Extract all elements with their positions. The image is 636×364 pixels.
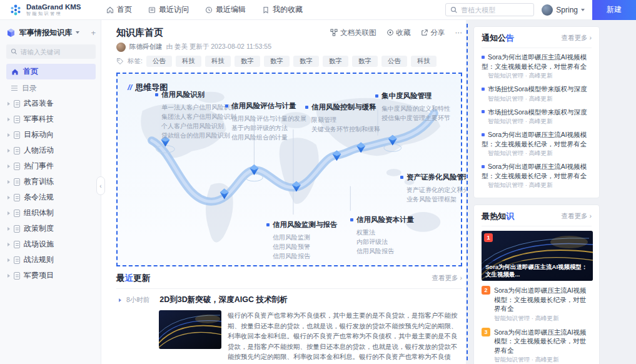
- sidebar-item-label: 军事科技: [24, 114, 54, 124]
- mindmap-child: 资产证券化的定义和分类: [406, 185, 466, 195]
- sidebar-item-battlefield-facilities[interactable]: 战场设施: [6, 236, 96, 252]
- mindmap-node-concentration-risk[interactable]: 集中度风险管理 集中度风险的定义和特性 授信集中度管理主要环节: [375, 91, 450, 123]
- creator-name: 陈德舜创建: [129, 43, 163, 51]
- notice-item[interactable]: Sora为何出道即碾压主流AI视频模型：文生视频最长纪录，对世界有全 智能知识管…: [482, 162, 592, 190]
- mindmap-node-credit-risk-identification[interactable]: 信用风险识别 单一法人客户信用风险识别 集团法人客户信用风险识别 个人客户信用风…: [155, 90, 236, 140]
- updated-info: 由 姜美 更新于 2023-08-02 11:53:55: [166, 43, 271, 51]
- nav-favorites[interactable]: 我的收藏: [262, 4, 303, 15]
- global-search-input[interactable]: [461, 6, 529, 14]
- hot-item[interactable]: 3 Sora为何出道即碾压主流AI视频模型：文生视频最长纪录，对世界有全 智能知…: [482, 328, 592, 364]
- bullet-icon: [375, 94, 378, 98]
- user-menu[interactable]: Spring: [542, 4, 585, 16]
- main-content: 知识库首页 文档关联图 收藏 分享 ···: [101, 20, 466, 364]
- book-icon: [14, 210, 20, 217]
- sidebar-search[interactable]: [6, 44, 96, 59]
- notice-item[interactable]: Sora为何出道即碾压主流AI视频模型：文生视频最长纪录，对世界有全 智能知识管…: [482, 130, 592, 158]
- book-icon: [14, 116, 20, 123]
- tag-icon: [116, 58, 124, 65]
- sidebar-item-military-budget[interactable]: 军费项目: [6, 268, 96, 283]
- hot-item[interactable]: 2 Sora为何出道即碾压主流AI视频模型：文生视频最长纪录，对世界有全 智能知…: [482, 286, 592, 323]
- doc-share-button[interactable]: 分享: [421, 28, 445, 38]
- notice-item[interactable]: 市场担忧Sora模型带来版权与深度 智能知识管理 · 高峰更新: [482, 108, 592, 126]
- tag-pill[interactable]: 科技: [176, 56, 201, 67]
- notice-meta: 智能知识管理 · 高峰更新: [488, 95, 592, 103]
- add-kb-button[interactable]: +: [91, 28, 96, 38]
- chevron-right-icon: [8, 258, 10, 262]
- tag-pill[interactable]: 数字: [293, 56, 319, 67]
- recent-edits-icon: [205, 6, 213, 14]
- nav-recent-visits[interactable]: 最近访问: [148, 4, 189, 15]
- sidebar-item-label: 教育训练: [24, 176, 54, 187]
- chevron-right-icon: [8, 180, 10, 184]
- sidebar-item-target-trends[interactable]: 目标动向: [6, 127, 96, 143]
- recent-item-thumbnail[interactable]: [159, 310, 221, 349]
- mindmap-node-capital-measurement[interactable]: 信用风险资本计量 权重法 内部评级法 信用风险报告: [350, 215, 414, 256]
- notice-meta: 智能知识管理 · 高峰更新: [488, 118, 592, 126]
- sidebar-item-label: 政策制度: [24, 223, 54, 234]
- datagrand-logo-icon: [9, 3, 23, 17]
- cube-icon: [6, 28, 16, 38]
- star-icon: [386, 29, 394, 36]
- hot-more-link[interactable]: 查看更多 ›: [562, 212, 592, 221]
- hot-featured-item[interactable]: 1 Sora为何出道即碾压主流AI视频模型：文生视频最...: [482, 231, 593, 281]
- sidebar-item-hot-events[interactable]: 热门事件: [6, 158, 96, 174]
- mindmap-node-risk-assessment[interactable]: 信用风险评估与计量 信用风险评估与计量的发展 基于内部评级的方法 信用风险组合的…: [225, 101, 306, 142]
- sidebar-collapse-button[interactable]: ‹: [96, 176, 105, 195]
- share-icon: [421, 29, 428, 36]
- sidebar-item-weapons[interactable]: 武器装备: [6, 96, 96, 111]
- chevron-right-icon: [8, 196, 10, 200]
- mindmap-node-securitization-risk[interactable]: 资产证券化风险管理 资产证券化的定义和分类 业务风险管理框架: [400, 173, 466, 204]
- notices-more-link[interactable]: 查看更多 ›: [562, 34, 592, 43]
- global-search[interactable]: [445, 3, 534, 16]
- sidebar-item-regulations[interactable]: 条令法规: [6, 190, 96, 205]
- sidebar-search-input[interactable]: [21, 48, 91, 56]
- recent-item-title[interactable]: 2D到3D新突破，深度AIGC 技术剖析: [159, 295, 287, 305]
- kb-name: 军事情报知识库: [19, 28, 72, 38]
- sidebar: 军事情报知识库 + 首页 目录 武器装备 军事科技 目标动向 人物活动 热门事件…: [0, 20, 101, 364]
- tag-pill[interactable]: 公告: [381, 56, 407, 67]
- doc-graph-button[interactable]: 文档关联图: [330, 28, 376, 38]
- tag-pill[interactable]: 数字: [264, 56, 290, 67]
- sidebar-item-policy[interactable]: 政策制度: [6, 221, 96, 236]
- mindmap-panel[interactable]: //思维导图 信用风险识别 单一法人客户信用风险识别 集团法人客户信用风险识别 …: [116, 73, 462, 266]
- sidebar-item-military-tech[interactable]: 军事科技: [6, 111, 96, 127]
- sidebar-item-organization[interactable]: 组织体制: [6, 205, 96, 221]
- book-icon: [14, 163, 20, 170]
- tag-pill[interactable]: 数字: [352, 56, 378, 67]
- sidebar-item-education-training[interactable]: 教育训练: [6, 174, 96, 190]
- tag-pill[interactable]: 数字: [323, 56, 348, 67]
- nav-home[interactable]: 首页: [106, 4, 132, 15]
- nav-recent-edits[interactable]: 最近编辑: [205, 4, 246, 15]
- notice-item[interactable]: Sora为何出道即碾压主流AI视频模型：文生视频最长纪录，对世界有全 智能知识管…: [482, 53, 592, 80]
- chevron-right-icon: [8, 274, 10, 278]
- nav-recent-visits-label: 最近访问: [159, 4, 189, 15]
- right-column: 通知公告 查看更多 › Sora为何出道即碾压主流AI视频模型：文生视频最长纪录…: [466, 20, 636, 364]
- tag-pill[interactable]: 科技: [205, 56, 231, 67]
- doc-favorite-button[interactable]: 收藏: [386, 28, 411, 38]
- chevron-right-icon[interactable]: [119, 298, 121, 302]
- mindmap-node-risk-monitoring[interactable]: 信用风险监测与报告 信用风险监测 信用风险预警 信用风险报告: [266, 220, 338, 261]
- mindmap-node-risk-control[interactable]: 信用风险控制与缓释 限额管理 关键业务环节控制和缓释: [305, 103, 380, 134]
- hot-item-title: Sora为何出道即碾压主流AI视频模型：文生视频最长纪录，对世界有全: [494, 286, 592, 313]
- brand-logo[interactable]: DataGrand KMS 智能知识管理: [9, 3, 101, 17]
- doc-more-button[interactable]: ···: [455, 29, 463, 36]
- recent-more-link[interactable]: 查看更多 ›: [432, 274, 462, 283]
- sidebar-directory-header[interactable]: 目录: [6, 81, 96, 96]
- sidebar-item-tactics[interactable]: 战法规则: [6, 252, 96, 268]
- tag-pill[interactable]: 数字: [235, 56, 260, 67]
- bullet-icon: [305, 106, 308, 109]
- tag-pill[interactable]: 公告: [146, 56, 172, 67]
- bullet-icon: [482, 110, 485, 113]
- bullet-icon: [482, 56, 485, 59]
- graph-icon: [330, 29, 338, 36]
- mindmap-child: 关键业务环节控制和缓释: [311, 124, 380, 134]
- chevron-right-icon: [8, 243, 10, 246]
- kb-selector[interactable]: 军事情报知识库 +: [6, 25, 96, 40]
- mindmap-child: 基于内部评级的方法: [231, 123, 306, 133]
- rank-badge: 3: [482, 328, 490, 336]
- tag-pill[interactable]: 科技: [411, 56, 437, 67]
- notice-item[interactable]: 市场担忧Sora模型带来版权与深度 智能知识管理 · 高峰更新: [482, 84, 592, 103]
- sidebar-item-people-activities[interactable]: 人物活动: [6, 143, 96, 158]
- new-button[interactable]: 新建: [592, 0, 636, 20]
- sidebar-item-home[interactable]: 首页: [6, 64, 96, 79]
